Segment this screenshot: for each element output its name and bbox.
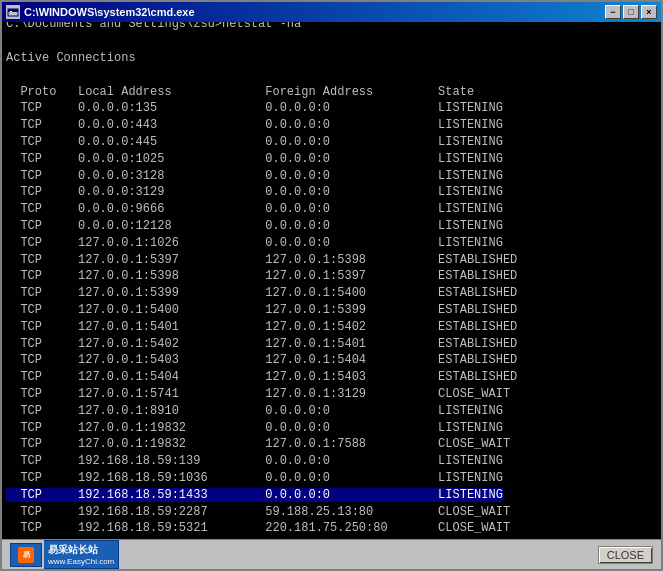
- table-row: TCP 127.0.0.1:19832 0.0.0.0:0 LISTENING: [6, 421, 503, 435]
- table-row: TCP 192.168.18.59:2287 59.188.25.13:80 C…: [6, 505, 510, 519]
- watermark: 易 易采站长站 www.EasyChi.com: [10, 540, 119, 569]
- table-row: TCP 127.0.0.1:19832 127.0.0.1:7588 CLOSE…: [6, 437, 510, 451]
- window-icon: [6, 5, 20, 19]
- table-header: Proto Local Address Foreign Address Stat…: [6, 85, 474, 99]
- table-row: TCP 192.168.18.59:1433 0.0.0.0:0 LISTENI…: [6, 488, 503, 502]
- table-row: TCP 127.0.0.1:8910 0.0.0.0:0 LISTENING: [6, 404, 503, 418]
- close-window-button[interactable]: ×: [641, 5, 657, 19]
- table-row: TCP 0.0.0.0:443 0.0.0.0:0 LISTENING: [6, 118, 503, 132]
- table-row: TCP 127.0.0.1:5398 127.0.0.1:5397 ESTABL…: [6, 269, 517, 283]
- minimize-button[interactable]: −: [605, 5, 621, 19]
- svg-rect-2: [10, 11, 12, 12]
- bottom-bar: 易 易采站长站 www.EasyChi.com CLOSE: [2, 539, 661, 569]
- table-row: TCP 192.168.18.59:1036 0.0.0.0:0 LISTENI…: [6, 471, 503, 485]
- table-row: TCP 192.168.18.59:5321 220.181.75.250:80…: [6, 521, 510, 535]
- table-row: TCP 127.0.0.1:1026 0.0.0.0:0 LISTENING: [6, 236, 503, 250]
- table-row: TCP 127.0.0.1:5401 127.0.0.1:5402 ESTABL…: [6, 320, 517, 334]
- table-row: TCP 0.0.0.0:1025 0.0.0.0:0 LISTENING: [6, 152, 503, 166]
- window-controls: − □ ×: [605, 5, 657, 19]
- watermark-sub: www.EasyChi.com: [48, 557, 114, 566]
- table-row: TCP 127.0.0.1:5402 127.0.0.1:5401 ESTABL…: [6, 337, 517, 351]
- cmd-window: C:\WINDOWS\system32\cmd.exe − □ × Micros…: [0, 0, 663, 571]
- table-row: TCP 127.0.0.1:5399 127.0.0.1:5400 ESTABL…: [6, 286, 517, 300]
- svg-rect-1: [8, 9, 18, 12]
- window-title: C:\WINDOWS\system32\cmd.exe: [24, 6, 605, 18]
- table-row: TCP 127.0.0.1:5400 127.0.0.1:5399 ESTABL…: [6, 303, 517, 317]
- close-button[interactable]: CLOSE: [598, 546, 653, 564]
- console-output[interactable]: Microsoft Windows [版本 5.2.3790] (C) 版权所有…: [2, 22, 661, 539]
- maximize-button[interactable]: □: [623, 5, 639, 19]
- table-row: TCP 127.0.0.1:5404 127.0.0.1:5403 ESTABL…: [6, 370, 517, 384]
- title-bar: C:\WINDOWS\system32\cmd.exe − □ ×: [2, 2, 661, 22]
- table-row: TCP 127.0.0.1:5741 127.0.0.1:3129 CLOSE_…: [6, 387, 510, 401]
- table-row: TCP 0.0.0.0:445 0.0.0.0:0 LISTENING: [6, 135, 503, 149]
- table-row: TCP 0.0.0.0:3128 0.0.0.0:0 LISTENING: [6, 169, 503, 183]
- table-row: TCP 0.0.0.0:135 0.0.0.0:0 LISTENING: [6, 101, 503, 115]
- table-row: TCP 192.168.18.59:139 0.0.0.0:0 LISTENIN…: [6, 454, 503, 468]
- watermark-text: 易采站长站: [48, 543, 114, 557]
- table-row: TCP 0.0.0.0:9666 0.0.0.0:0 LISTENING: [6, 202, 503, 216]
- table-row: TCP 127.0.0.1:5397 127.0.0.1:5398 ESTABL…: [6, 253, 517, 267]
- table-row: TCP 127.0.0.1:5403 127.0.0.1:5404 ESTABL…: [6, 353, 517, 367]
- prompt-line: C:\Documents and Settings\zsd>netstat -n…: [6, 22, 301, 31]
- table-row: TCP 0.0.0.0:12128 0.0.0.0:0 LISTENING: [6, 219, 503, 233]
- table-row: TCP 0.0.0.0:3129 0.0.0.0:0 LISTENING: [6, 185, 503, 199]
- section-title: Active Connections: [6, 51, 136, 65]
